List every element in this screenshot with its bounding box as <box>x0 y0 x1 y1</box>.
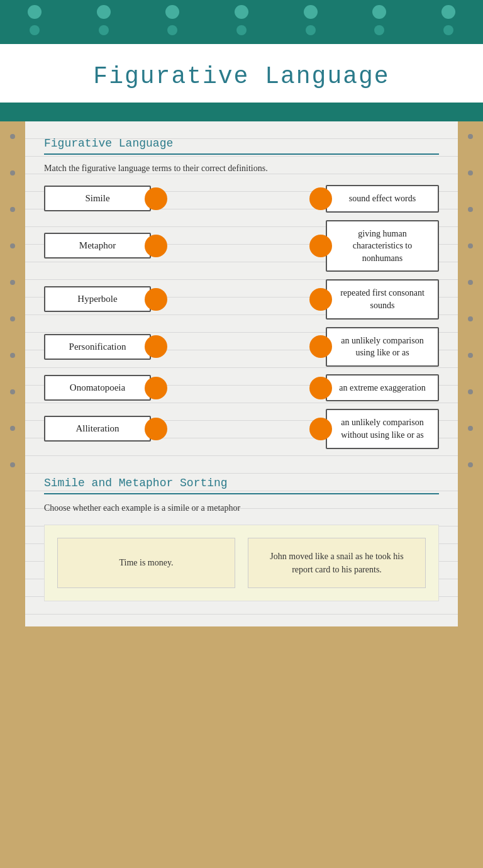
left-margin <box>0 121 25 626</box>
line-simile <box>167 198 309 199</box>
def-comparison-no-like-as[interactable]: an unlikely comparison without using lik… <box>326 409 439 448</box>
margin-dot-5 <box>10 280 15 285</box>
term-personification[interactable]: Personification <box>44 334 151 360</box>
connector-dot-personification-right[interactable] <box>145 335 167 358</box>
sorting-area: Time is money. John moved like a snail a… <box>44 525 439 601</box>
def-consonant-sounds[interactable]: repeated first consonant sounds <box>326 279 439 319</box>
def-extreme-exaggeration[interactable]: an extreme exaggeration <box>326 374 439 402</box>
dot-sm-6 <box>374 25 384 35</box>
connector-dot-def4-left[interactable] <box>309 335 332 358</box>
dot-6 <box>372 5 386 19</box>
page-title: Figurative Language <box>13 63 470 90</box>
line-metaphor <box>167 245 309 247</box>
connector-dot-alliteration-right[interactable] <box>145 418 167 440</box>
section1-instructions: Match the figurative language terms to t… <box>44 164 439 174</box>
dot-4 <box>235 5 248 19</box>
match-row-simile: Simile sound effect words <box>44 185 439 213</box>
margin-dot-2 <box>10 170 15 175</box>
def-human-characteristics[interactable]: giving human characteristics to nonhuman… <box>326 220 439 272</box>
margin-dot-1 <box>10 134 15 139</box>
section1-divider <box>44 153 439 155</box>
worksheet-paper: Figurative Language Match the figurative… <box>25 121 458 626</box>
dot-sm-2 <box>99 25 109 35</box>
right-margin-dot-1 <box>468 134 473 139</box>
def-comparison-like-as[interactable]: an unlikely comparison using like or as <box>326 327 439 367</box>
section2-title: Simile and Metaphor Sorting <box>44 477 439 489</box>
term-onomatopoeia[interactable]: Onomatopoeia <box>44 375 151 401</box>
line-personification <box>167 346 309 347</box>
section1-title: Figurative Language <box>44 137 439 150</box>
dot-sm-3 <box>167 25 177 35</box>
right-margin-dot-8 <box>468 389 473 394</box>
dot-sm-7 <box>443 25 453 35</box>
match-row-onomatopoeia: Onomatopoeia an extreme exaggeration <box>44 374 439 402</box>
margin-dot-7 <box>10 353 15 358</box>
section1: Figurative Language Match the figurative… <box>44 137 439 452</box>
top-header <box>0 0 483 44</box>
dot-3 <box>165 5 179 19</box>
right-margin-dot-7 <box>468 353 473 358</box>
dot-1 <box>28 5 42 19</box>
dots-row-bottom <box>0 25 483 35</box>
term-hyperbole[interactable]: Hyperbole <box>44 286 151 312</box>
match-row-metaphor: Metaphor giving human characteristics to… <box>44 220 439 272</box>
section2-divider <box>44 493 439 494</box>
dot-5 <box>304 5 318 19</box>
def-sound-effect[interactable]: sound effect words <box>326 185 439 213</box>
term-metaphor[interactable]: Metaphor <box>44 233 151 259</box>
connector-dot-def1-left[interactable] <box>309 187 332 210</box>
right-margin-dot-6 <box>468 316 473 321</box>
line-onomatopoeia <box>167 387 309 389</box>
right-margin-dot-5 <box>468 280 473 285</box>
right-margin-dot-10 <box>468 462 473 467</box>
line-hyperbole <box>167 299 309 300</box>
section2: Simile and Metaphor Sorting Choose wheth… <box>44 477 439 601</box>
margin-dot-6 <box>10 316 15 321</box>
term-alliteration[interactable]: Alliteration <box>44 416 151 442</box>
match-row-hyperbole: Hyperbole repeated first consonant sound… <box>44 279 439 319</box>
margin-dot-9 <box>10 426 15 431</box>
margin-dot-3 <box>10 207 15 212</box>
connector-dot-def5-left[interactable] <box>309 377 332 399</box>
matching-container: Simile sound effect words Metaphor givin… <box>44 185 439 452</box>
sort-card-1[interactable]: Time is money. <box>57 538 235 588</box>
right-margin-dot-2 <box>468 170 473 175</box>
connector-dot-def6-left[interactable] <box>309 418 332 440</box>
right-margin-dot-4 <box>468 243 473 248</box>
sort-card-2[interactable]: John moved like a snail as he took his r… <box>248 538 426 588</box>
connector-dot-simile-right[interactable] <box>145 187 167 210</box>
dot-7 <box>441 5 455 19</box>
margin-dot-4 <box>10 243 15 248</box>
dots-row-top <box>0 5 483 19</box>
outer-wrapper: Figurative Language Match the figurative… <box>0 121 483 626</box>
dot-2 <box>97 5 111 19</box>
dot-sm-1 <box>30 25 40 35</box>
connector-dot-metaphor-right[interactable] <box>145 235 167 257</box>
title-area: Figurative Language <box>0 44 483 103</box>
connector-dot-def3-left[interactable] <box>309 288 332 311</box>
teal-divider <box>0 103 483 121</box>
line-alliteration <box>167 428 309 430</box>
match-row-alliteration: Alliteration an unlikely comparison with… <box>44 409 439 448</box>
connector-dot-onomatopoeia-right[interactable] <box>145 377 167 399</box>
connector-dot-def2-left[interactable] <box>309 235 332 257</box>
dot-sm-4 <box>236 25 247 35</box>
right-margin-dot-9 <box>468 426 473 431</box>
right-margin-dot-3 <box>468 207 473 212</box>
section2-instructions: Choose whether each example is a simile … <box>44 503 439 513</box>
right-margin <box>458 121 483 626</box>
term-simile[interactable]: Simile <box>44 186 151 211</box>
match-row-personification: Personification an unlikely comparison u… <box>44 327 439 367</box>
margin-dot-10 <box>10 462 15 467</box>
dot-sm-5 <box>306 25 316 35</box>
connector-dot-hyperbole-right[interactable] <box>145 288 167 311</box>
margin-dot-8 <box>10 389 15 394</box>
